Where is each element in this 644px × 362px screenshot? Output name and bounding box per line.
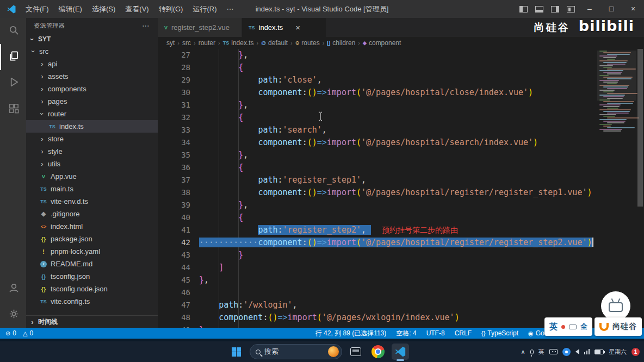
project-root-row[interactable]: › SYT (26, 33, 158, 45)
activity-search[interactable] (0, 18, 26, 44)
minimap-slider[interactable] (597, 51, 636, 101)
tree-item-vite-env.d.ts[interactable]: TSvite-env.d.ts (26, 195, 158, 208)
tree-item-main.ts[interactable]: TSmain.ts (26, 183, 158, 195)
tree-item-style[interactable]: ›style (26, 145, 158, 158)
code-line-27[interactable]: 27 }, (158, 49, 636, 61)
notification-badge[interactable]: 1 (631, 348, 640, 356)
code-line-31[interactable]: 31 }, (158, 99, 636, 111)
code-line-46[interactable]: 46 (158, 286, 636, 299)
status-warning[interactable]: △0 (23, 329, 33, 337)
status-right-0[interactable]: 行 42, 列 89 (已选择113) (315, 329, 387, 338)
microphone-icon[interactable] (530, 349, 534, 354)
tray-language[interactable]: 英 (538, 348, 544, 356)
breadcrumb-syt[interactable]: syt (166, 39, 175, 47)
code-line-41[interactable]: 41 path:'register_step2',预约挂号第二步的路由 (158, 224, 636, 236)
network-icon[interactable] (584, 349, 590, 354)
activity-explorer[interactable] (0, 44, 26, 70)
tree-item-store[interactable]: ›store (26, 133, 158, 145)
taskbar-vscode[interactable] (392, 344, 409, 360)
vertical-scrollbar[interactable] (636, 49, 644, 328)
code-line-33[interactable]: 33 path:'search', (158, 124, 636, 136)
tree-item-pnpm-lock.yaml[interactable]: !pnpm-lock.yaml (26, 245, 158, 258)
code-line-35[interactable]: 35 }, (158, 149, 636, 161)
code-line-32[interactable]: 32 { (158, 111, 636, 124)
toggle-secondary-sidebar-icon[interactable] (551, 6, 559, 13)
minimize-button[interactable]: – (579, 0, 600, 18)
status-right-4[interactable]: {}TypeScript (481, 329, 518, 338)
code-line-30[interactable]: 30 component:()=>import('@/pages/hospita… (158, 86, 636, 99)
breadcrumb-src[interactable]: src (182, 39, 191, 47)
keyboard-icon[interactable] (549, 349, 558, 354)
ime-keyboard-icon[interactable] (569, 324, 577, 329)
activity-account[interactable] (0, 276, 26, 302)
activity-run-debug[interactable] (0, 70, 26, 96)
code-line-39[interactable]: 39 }, (158, 199, 636, 211)
volume-icon[interactable] (575, 349, 579, 354)
code-line-28[interactable]: 28 { (158, 61, 636, 74)
tree-item-.gitignore[interactable]: ◆.gitignore (26, 208, 158, 220)
menu-item-3[interactable]: 查看(V) (120, 0, 153, 18)
tree-item-src[interactable]: ›src (26, 45, 158, 58)
code-line-44[interactable]: 44 ] (158, 261, 636, 274)
toggle-panel-icon[interactable] (535, 6, 543, 13)
menu-item-1[interactable]: 编辑(E) (54, 0, 87, 18)
code-line-47[interactable]: 47 path:'/wxlogin', (158, 299, 636, 311)
ime-language[interactable]: 英 (549, 322, 558, 332)
tree-item-assets[interactable]: ›assets (26, 70, 158, 83)
battery-icon[interactable] (595, 349, 604, 354)
tree-item-utils[interactable]: ›utils (26, 158, 158, 170)
tree-item-tsconfig.node.json[interactable]: {}tsconfig.node.json (26, 283, 158, 295)
menu-item-6[interactable]: ⋯ (221, 0, 238, 18)
tree-item-index.html[interactable]: <>index.html (26, 220, 158, 233)
close-button[interactable]: × (622, 0, 644, 18)
ime-status-bar[interactable]: 英 全 (544, 317, 592, 336)
tab-index.ts[interactable]: TSindex.ts× (242, 18, 326, 37)
code-line-42[interactable]: 42············component:()=>import('@/pa… (158, 236, 636, 249)
taskbar-chrome[interactable] (369, 344, 387, 360)
tree-item-api[interactable]: ›api (26, 58, 158, 70)
breadcrumb-routes[interactable]: ⊙routes (295, 39, 320, 47)
menu-item-0[interactable]: 文件(F) (21, 0, 54, 18)
code-area[interactable]: 27 },28 {29 path:'close',30 component:()… (158, 49, 636, 328)
more-actions-icon[interactable]: ⋯ (142, 21, 150, 30)
tree-item-index.ts[interactable]: TSindex.ts (26, 120, 158, 133)
menu-item-4[interactable]: 转到(G) (154, 0, 188, 18)
code-line-36[interactable]: 36 { (158, 161, 636, 174)
tree-item-vite.config.ts[interactable]: TSvite.config.ts (26, 295, 158, 308)
tray-expand-icon[interactable]: ∧ (521, 348, 525, 355)
breadcrumb-router[interactable]: router (199, 39, 215, 47)
maximize-button[interactable]: □ (600, 0, 622, 18)
timeline-section[interactable]: › 时间线 (26, 315, 158, 328)
menu-item-5[interactable]: 运行(R) (188, 0, 221, 18)
status-right-3[interactable]: CRLF (455, 329, 472, 338)
code-line-29[interactable]: 29 path:'close', (158, 74, 636, 86)
status-right-1[interactable]: 空格: 4 (396, 329, 416, 338)
tree-item-components[interactable]: ›components (26, 83, 158, 95)
tree-item-tsconfig.json[interactable]: {}tsconfig.json (26, 270, 158, 283)
menu-item-2[interactable]: 选择(S) (87, 0, 120, 18)
breadcrumb-default[interactable]: @default (261, 39, 288, 47)
tray-app-icon[interactable] (562, 348, 571, 356)
customize-layout-icon[interactable] (567, 6, 575, 13)
activity-settings[interactable] (0, 302, 26, 328)
code-line-40[interactable]: 40 { (158, 211, 636, 224)
breadcrumb-children[interactable]: []children (327, 39, 355, 47)
taskbar-app-window[interactable] (347, 344, 364, 360)
taskbar-clock[interactable]: 星期六 (609, 348, 627, 355)
ime-fullwidth[interactable]: 全 (580, 322, 587, 332)
tree-item-router[interactable]: ›router (26, 108, 158, 120)
scrollbar-thumb[interactable] (637, 49, 643, 207)
toggle-sidebar-icon[interactable] (519, 6, 528, 13)
breadcrumb-index.ts[interactable]: TSindex.ts (223, 39, 254, 47)
tab-register_step2.vue[interactable]: Vregister_step2.vue (158, 18, 242, 37)
status-right-2[interactable]: UTF-8 (426, 329, 445, 338)
code-line-38[interactable]: 38 component:()=>import('@/pages/hospita… (158, 186, 636, 199)
status-error[interactable]: ⊘0 (5, 329, 16, 337)
activity-extensions[interactable] (0, 96, 26, 122)
start-button[interactable] (227, 344, 245, 360)
close-tab-icon[interactable]: × (295, 23, 300, 32)
code-line-45[interactable]: 45}, (158, 274, 636, 286)
tree-item-App.vue[interactable]: VApp.vue (26, 170, 158, 183)
breadcrumb-component[interactable]: ◈component (363, 39, 401, 47)
tree-item-pages[interactable]: ›pages (26, 95, 158, 108)
